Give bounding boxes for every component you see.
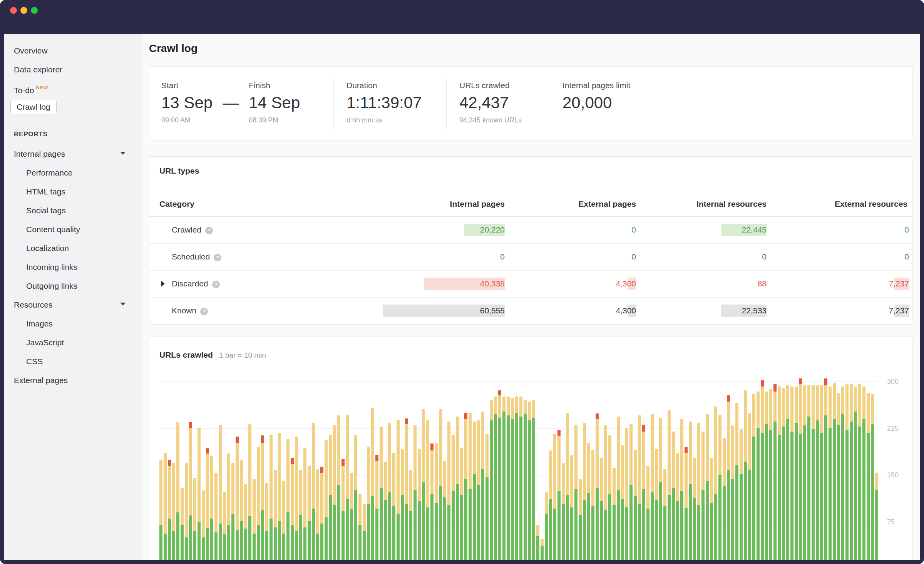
bar-segment-green	[346, 499, 349, 560]
stat-limit-value: 20,000	[562, 94, 912, 112]
bar-segment-yellow	[172, 463, 175, 531]
chart-bar	[392, 453, 395, 560]
bar-segment-yellow	[490, 400, 493, 420]
sidebar-item-performance[interactable]: Performance	[4, 162, 142, 181]
table-header-row: Category Internal pages External pages I…	[149, 192, 912, 216]
chart-bar	[223, 492, 226, 560]
sidebar-item-images[interactable]: Images	[4, 313, 142, 332]
bar-segment-green	[303, 527, 306, 560]
sidebar-item-incoming-links[interactable]: Incoming links	[4, 257, 142, 276]
bar-segment-yellow	[765, 392, 768, 424]
bar-segment-green	[693, 498, 696, 560]
bar-segment-yellow	[841, 387, 844, 414]
help-icon[interactable]: ?	[200, 308, 208, 315]
sidebar-item-social-tags[interactable]: Social tags	[4, 200, 142, 219]
chart-y-axis: 30022515075	[887, 382, 914, 560]
sidebar-item-outgoing-links[interactable]: Outgoing links	[4, 276, 142, 295]
expand-caret-icon[interactable]	[161, 281, 165, 287]
category-label: Crawled	[172, 225, 201, 234]
value-cell: 4,300	[509, 270, 641, 297]
chart-bar	[350, 473, 353, 560]
chart-bar	[333, 425, 336, 560]
bar-segment-yellow	[786, 385, 789, 419]
traffic-light-zoom[interactable]	[31, 7, 38, 14]
bar-segment-green	[295, 531, 298, 560]
bar-segment-red	[498, 390, 501, 395]
bar-segment-green	[388, 492, 391, 560]
y-axis-label: 300	[887, 377, 899, 386]
bar-segment-red	[761, 380, 764, 387]
bar-segment-yellow	[244, 484, 247, 529]
bar-segment-yellow	[278, 433, 281, 521]
chevron-down-icon[interactable]	[120, 303, 126, 306]
chart-bar	[795, 387, 798, 560]
bar-segment-yellow	[562, 463, 565, 504]
chevron-down-icon[interactable]	[120, 152, 126, 155]
sidebar-item-css[interactable]: CSS	[4, 351, 142, 370]
bar-segment-green	[392, 506, 395, 560]
bar-segment-green	[439, 486, 442, 560]
bar-segment-yellow	[553, 434, 556, 509]
bar-segment-green	[447, 505, 450, 560]
bar-segment-green	[511, 419, 514, 560]
bar-segment-green	[206, 528, 209, 560]
help-icon[interactable]: ?	[214, 254, 221, 261]
stat-start-value: 13 Sep	[161, 94, 213, 112]
sidebar-item-internal-pages[interactable]: Internal pages	[4, 144, 142, 162]
sidebar-item-crawl-log[interactable]: Crawl log	[4, 97, 142, 116]
bar-segment-green	[587, 493, 590, 560]
sidebar-item-label: Social tags	[26, 206, 66, 215]
bar-segment-green	[545, 514, 548, 560]
chart-bar	[646, 466, 649, 560]
chart-bar	[862, 387, 865, 560]
bar-segment-yellow	[807, 385, 810, 417]
sidebar-item-resources[interactable]: Resources	[4, 295, 142, 313]
bar-segment-yellow	[545, 492, 548, 514]
sidebar-item-html-tags[interactable]: HTML tags	[4, 181, 142, 200]
stat-pages-limit: Internal pages limit 20,000	[550, 80, 912, 141]
bar-segment-green	[566, 495, 569, 560]
bar-segment-yellow	[701, 432, 705, 490]
bar-segment-yellow	[668, 410, 671, 495]
bar-segment-yellow	[824, 385, 827, 415]
bar-segment-yellow	[524, 400, 527, 414]
bar-segment-green	[181, 525, 184, 560]
chart-bar	[452, 435, 455, 560]
chart-bar	[845, 384, 849, 560]
bar-segment-yellow	[354, 435, 357, 490]
chart-subtitle: 1 bar = 10 min	[219, 351, 266, 360]
bar-segment-yellow	[320, 473, 323, 524]
sidebar-item-external-pages[interactable]: External pages	[4, 370, 142, 389]
bar-segment-yellow	[532, 400, 535, 418]
sidebar-item-content-quality[interactable]: Content quality	[4, 219, 142, 238]
help-icon[interactable]: ?	[212, 281, 220, 288]
bar-segment-green	[270, 519, 273, 560]
traffic-light-minimize[interactable]	[20, 7, 27, 14]
bar-segment-green	[786, 419, 789, 560]
bar-segment-yellow	[469, 413, 472, 489]
chart-bar	[816, 385, 819, 560]
bar-segment-green	[524, 414, 527, 560]
bar-segment-yellow	[210, 456, 213, 519]
bar-segment-green	[744, 462, 747, 560]
bar-segment-yellow	[676, 453, 679, 501]
bar-segment-red	[291, 458, 294, 464]
bar-segment-yellow	[799, 384, 802, 434]
sidebar-item-javascript[interactable]: JavaScript	[4, 332, 142, 351]
sidebar-item-localization[interactable]: Localization	[4, 238, 142, 257]
app-window: OverviewData explorerTo-doNEWCrawl logRE…	[0, 0, 924, 564]
sidebar-item-to-do[interactable]: To-doNEW	[4, 78, 142, 97]
bar-segment-green	[452, 491, 455, 560]
bar-segment-yellow	[663, 469, 666, 506]
bar-segment-green	[494, 414, 497, 560]
value-cell: 0	[641, 243, 771, 270]
chart-bar	[659, 418, 662, 560]
bar-segment-green	[655, 500, 658, 560]
chart-bar	[261, 435, 264, 560]
bar-segment-yellow	[291, 464, 294, 525]
bar-segment-yellow	[587, 443, 590, 493]
traffic-light-close[interactable]	[10, 7, 17, 14]
sidebar-item-overview[interactable]: Overview	[4, 40, 142, 59]
sidebar-item-data-explorer[interactable]: Data explorer	[4, 59, 142, 78]
help-icon[interactable]: ?	[205, 227, 213, 234]
